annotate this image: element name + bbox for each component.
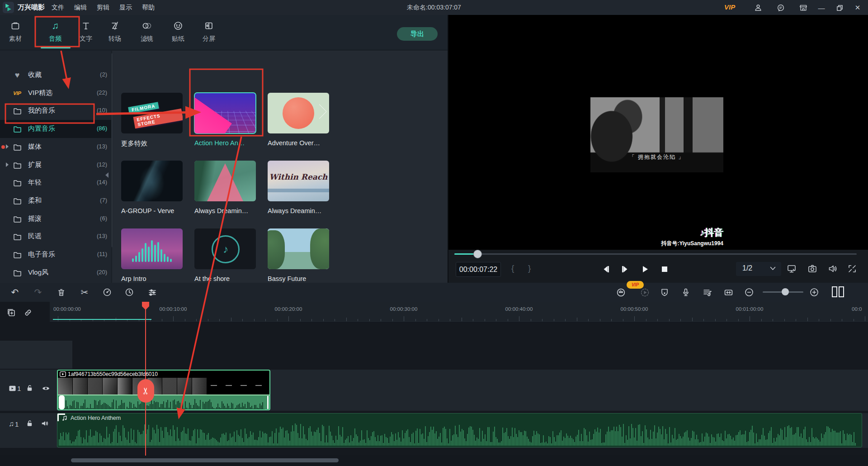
display-device-icon[interactable] xyxy=(787,264,797,275)
sidebar-item-摇滚[interactable]: 摇滚(6) xyxy=(0,210,112,228)
redo-icon[interactable]: ↷ xyxy=(32,286,44,299)
scrubber-track[interactable] xyxy=(454,253,857,255)
layout-toggle-icon[interactable] xyxy=(832,286,847,297)
music-item-thumbnail[interactable] xyxy=(194,161,256,201)
zoom-slider-handle[interactable] xyxy=(782,288,789,295)
split-icon[interactable]: ✂ xyxy=(78,286,91,299)
scrubber-handle[interactable] xyxy=(473,250,482,258)
tab-转场[interactable]: 转场 xyxy=(97,19,133,43)
music-item-thumbnail[interactable] xyxy=(121,161,183,201)
render-preview-icon[interactable] xyxy=(638,286,651,299)
music-item-thumbnail[interactable] xyxy=(268,93,329,133)
media-panel: 素材♫音频文字转场滤镜贴纸分屏 导出 ♥收藏(2)VIPVIP精选(22)我的音… xyxy=(0,15,448,283)
undo-icon[interactable]: ↶ xyxy=(9,286,21,299)
preview-quality-dropdown[interactable]: 1/2 xyxy=(736,262,781,276)
export-button[interactable]: 导出 xyxy=(397,27,438,41)
store-icon[interactable] xyxy=(798,3,808,13)
collapse-sidebar-icon[interactable] xyxy=(105,172,108,178)
restore-icon[interactable] xyxy=(835,3,844,13)
current-time[interactable]: 00:00:07:22 xyxy=(456,262,501,277)
music-item-thumbnail[interactable] xyxy=(268,228,329,269)
tab-素材[interactable]: 素材 xyxy=(0,19,33,43)
sidebar-item-Vlog风[interactable]: Vlog风(20) xyxy=(0,264,112,282)
music-item-Arp-Intro[interactable]: Arp Intro xyxy=(121,228,183,282)
audio-track-mute-icon[interactable] xyxy=(41,419,49,428)
music-item-label: Arp Intro xyxy=(121,275,183,282)
sidebar-item-扩展[interactable]: 扩展(12) xyxy=(0,156,112,174)
volume-icon[interactable] xyxy=(828,264,839,275)
music-item-thumbnail[interactable] xyxy=(194,93,256,133)
timeline-horizontal-scrollbar[interactable] xyxy=(71,458,339,462)
music-item-At-the-shore[interactable]: ♪At the shore xyxy=(194,228,256,282)
play-button[interactable] xyxy=(638,262,652,276)
stop-button[interactable] xyxy=(658,262,671,276)
link-clips-icon[interactable] xyxy=(24,308,33,317)
voice-changer-icon[interactable] xyxy=(614,286,627,299)
music-item-Always-Dreamin…[interactable]: Always Dreamin… xyxy=(194,161,256,214)
account-icon[interactable] xyxy=(753,3,763,13)
zoom-in-icon[interactable] xyxy=(808,286,821,299)
sidebar-item-年轻[interactable]: 年轻(14) xyxy=(0,174,112,192)
sidebar-item-count: (10) xyxy=(97,107,107,114)
record-voiceover-icon[interactable] xyxy=(679,286,692,299)
expand-arrow-icon[interactable] xyxy=(6,144,9,149)
sidebar-item-内置音乐[interactable]: 内置音乐(86) xyxy=(0,120,112,138)
audio-clip[interactable]: Action Hero Anthem xyxy=(57,413,862,447)
close-icon[interactable]: ✕ xyxy=(853,3,863,13)
feedback-icon[interactable] xyxy=(776,3,786,13)
video-clip[interactable]: 1af946713b550ec99d56eceb3fd6010 xyxy=(57,370,270,410)
sidebar-item-收藏[interactable]: ♥收藏(2) xyxy=(0,66,112,84)
adjust-icon[interactable] xyxy=(146,286,159,299)
menu-item[interactable]: 剪辑 xyxy=(92,4,114,12)
music-item-thumbnail[interactable]: ♪ xyxy=(194,228,256,269)
next-frame-button[interactable] xyxy=(618,262,632,276)
music-item-更多特效[interactable]: FILMORAEFFECTS STORE更多特效 xyxy=(121,93,183,148)
audio-track-lock-icon[interactable] xyxy=(26,419,33,427)
sidebar-item-电子音乐[interactable]: 电子音乐(11) xyxy=(0,246,112,264)
video-track-lock-icon[interactable] xyxy=(26,384,33,392)
fit-timeline-icon[interactable] xyxy=(722,286,735,299)
music-item-thumbnail[interactable]: FILMORAEFFECTS STORE xyxy=(121,93,183,133)
music-item-Bassy-Future[interactable]: Bassy Future xyxy=(268,228,329,282)
speed-icon[interactable] xyxy=(101,286,113,299)
timeline-ruler[interactable]: 00:00:00:0000:00:10:0000:00:20:0000:00:3… xyxy=(50,302,868,323)
music-item-label: Always Dreamin… xyxy=(194,207,256,214)
music-item-Always-Dreamin…[interactable]: Within ReachAlways Dreamin… xyxy=(268,161,329,214)
sidebar-item-民谣[interactable]: 民谣(13) xyxy=(0,228,112,246)
playhead-line[interactable] xyxy=(145,302,146,456)
video-track-visibility-icon[interactable] xyxy=(42,384,50,393)
minimize-icon[interactable]: — xyxy=(816,3,826,13)
mask-icon[interactable] xyxy=(658,286,671,299)
quick-split-button[interactable]: ✂ xyxy=(137,379,154,403)
snapshot-icon[interactable] xyxy=(807,264,818,275)
delete-icon[interactable] xyxy=(55,286,67,299)
audio-to-text-icon[interactable] xyxy=(701,286,713,299)
tab-滤镜[interactable]: 滤镜 xyxy=(129,19,165,43)
music-item-A-GROUP---Verve[interactable]: A-GROUP - Verve xyxy=(121,161,183,214)
mark-out-button[interactable]: } xyxy=(528,263,531,273)
sidebar-item-VIP精选[interactable]: VIPVIP精选(22) xyxy=(0,84,112,102)
music-item-thumbnail[interactable] xyxy=(121,228,183,269)
zoom-out-icon[interactable] xyxy=(743,286,755,299)
sidebar-item-我的音乐[interactable]: 我的音乐(10) xyxy=(0,102,112,120)
menu-item[interactable]: 显示 xyxy=(114,4,137,12)
menu-item[interactable]: 帮助 xyxy=(137,4,160,12)
music-item-Action-Hero-An…[interactable]: Action Hero An… xyxy=(194,93,256,147)
fullscreen-icon[interactable] xyxy=(847,264,858,275)
music-item-thumbnail[interactable]: Within Reach xyxy=(268,161,329,201)
tab-分屏[interactable]: 分屏 xyxy=(191,19,227,43)
music-item-Adventure-Over…[interactable]: Adventure Over… xyxy=(268,93,329,147)
clip-trim-handle-left[interactable] xyxy=(59,395,65,409)
vip-button[interactable]: VIP xyxy=(724,3,735,11)
sidebar-item-count: (2) xyxy=(100,71,107,78)
expand-arrow-icon[interactable] xyxy=(6,162,9,167)
mark-in-button[interactable]: { xyxy=(511,263,514,273)
menu-item[interactable]: 文件 xyxy=(47,4,69,12)
previous-frame-button[interactable] xyxy=(599,262,613,276)
sidebar-item-媒体[interactable]: 媒体(13) xyxy=(0,138,112,156)
sidebar-item-柔和[interactable]: 柔和(7) xyxy=(0,192,112,210)
add-to-timeline-icon[interactable] xyxy=(6,308,16,318)
clip-trim-handle-right[interactable] xyxy=(267,396,269,409)
duration-icon[interactable] xyxy=(123,286,136,299)
menu-item[interactable]: 编辑 xyxy=(69,4,92,12)
